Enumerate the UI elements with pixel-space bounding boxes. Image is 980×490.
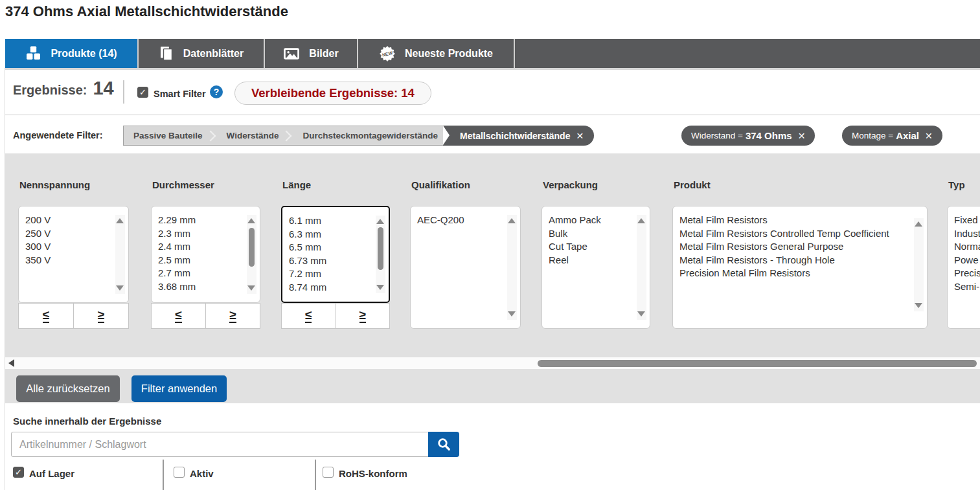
- filter-option[interactable]: 6.3 mm: [289, 228, 389, 241]
- in-stock-label[interactable]: Auf Lager: [29, 468, 74, 479]
- filter-option[interactable]: Semi-: [954, 280, 980, 294]
- filter-option[interactable]: 250 V: [25, 227, 128, 241]
- tab-neueste-produkte[interactable]: NEW Neueste Produkte: [357, 39, 514, 68]
- help-icon[interactable]: ?: [210, 85, 223, 98]
- filter-option[interactable]: 2.3 mm: [158, 227, 260, 241]
- filter-option[interactable]: Metal Film Resistors Controlled Temp Coe…: [679, 227, 927, 241]
- filter-option[interactable]: Cut Tape: [549, 240, 650, 254]
- lte-button[interactable]: ≤: [281, 303, 336, 329]
- active-checkbox[interactable]: [174, 467, 185, 478]
- vertical-divider: [163, 460, 164, 490]
- close-icon[interactable]: ✕: [925, 131, 933, 141]
- listbox-typ[interactable]: FixedIndustNormaPowePrecisSemi-: [947, 206, 980, 329]
- filter-column-label-nennspannung: Nennspannung: [19, 179, 90, 190]
- filter-option[interactable]: 300 V: [25, 240, 128, 254]
- scroll-down-icon[interactable]: [508, 311, 516, 317]
- active-category-label: Metallschichtwiderstände: [460, 131, 570, 141]
- gte-button[interactable]: ≥: [73, 303, 129, 329]
- products-cubes-icon: [25, 45, 41, 61]
- listbox-laenge[interactable]: 6.1 mm6.3 mm6.5 mm6.73 mm7.2 mm8.74 mm: [281, 206, 390, 303]
- scroll-down-icon[interactable]: [247, 285, 255, 291]
- horizontal-scrollbar-thumb[interactable]: [538, 360, 977, 367]
- lte-button[interactable]: ≤: [18, 303, 74, 329]
- results-label: Ergebnisse:: [13, 83, 87, 98]
- active-label[interactable]: Aktiv: [190, 468, 214, 479]
- filter-option[interactable]: Precision Metal Film Resistors: [679, 267, 927, 280]
- filter-option[interactable]: Ammo Pack: [549, 214, 650, 227]
- filter-column-label-qualifikation: Qualifikation: [411, 179, 470, 190]
- listbox-durchmesser[interactable]: 2.29 mm2.3 mm2.4 mm2.5 mm2.7 mm3.68 mm: [151, 206, 260, 303]
- pill-value: Axial: [896, 130, 919, 141]
- filter-option[interactable]: Norma: [954, 240, 980, 254]
- listbox-nennspannung[interactable]: 200 V250 V300 V350 V: [18, 206, 129, 303]
- apply-filters-button[interactable]: Filter anwenden: [131, 375, 227, 402]
- tab-label: Neueste Produkte: [405, 48, 493, 60]
- filter-option[interactable]: Bulk: [549, 227, 650, 241]
- tab-produkte[interactable]: Produkte (14): [5, 39, 137, 68]
- scroll-up-icon[interactable]: [508, 218, 516, 223]
- scrollbar-thumb[interactable]: [378, 227, 383, 270]
- filter-option[interactable]: 2.7 mm: [158, 267, 260, 280]
- filter-option[interactable]: Metal Film Resistors - Through Hole: [679, 254, 927, 267]
- tab-label: Datenblätter: [183, 48, 244, 60]
- compare-buttons-durchmesser: ≤ ≥: [151, 303, 260, 329]
- new-badge-icon: NEW: [379, 45, 396, 62]
- breadcrumb-item-durchsteckmontagewiderstaende[interactable]: Durchsteckmontagewiderstände: [293, 126, 443, 145]
- scroll-down-icon[interactable]: [116, 285, 124, 291]
- close-icon[interactable]: ✕: [576, 131, 584, 141]
- gte-button[interactable]: ≥: [205, 303, 260, 329]
- scroll-up-icon[interactable]: [116, 218, 124, 223]
- filter-option[interactable]: Metal Film Resistors General Purpose: [679, 240, 927, 254]
- listbox-produkt[interactable]: Metal Film ResistorsMetal Film Resistors…: [672, 206, 928, 329]
- filter-option[interactable]: Reel: [549, 254, 650, 267]
- filter-option[interactable]: Fixed: [954, 214, 980, 227]
- scroll-down-icon[interactable]: [915, 303, 922, 308]
- tab-bilder[interactable]: Bilder: [264, 39, 357, 68]
- scroll-up-icon[interactable]: [915, 221, 922, 227]
- scrollbar-thumb[interactable]: [249, 228, 255, 267]
- scroll-up-icon[interactable]: [637, 218, 645, 223]
- scroll-down-icon[interactable]: [637, 311, 645, 317]
- filter-option[interactable]: 6.1 mm: [289, 214, 389, 228]
- smart-filter-checkbox[interactable]: ✓: [137, 87, 148, 98]
- filter-option[interactable]: Metal Film Resistors: [679, 214, 927, 227]
- vertical-divider: [315, 460, 316, 490]
- filter-option[interactable]: 350 V: [25, 254, 128, 267]
- search-input[interactable]: [11, 432, 429, 457]
- filter-option[interactable]: 2.5 mm: [158, 254, 260, 267]
- scroll-down-icon[interactable]: [376, 285, 384, 290]
- close-icon[interactable]: ✕: [798, 131, 806, 141]
- filter-pill-widerstand: Widerstand = 374 Ohms ✕: [681, 126, 815, 146]
- scroll-left-icon[interactable]: [8, 359, 14, 367]
- filter-option[interactable]: 3.68 mm: [158, 280, 260, 294]
- rohs-checkbox[interactable]: [323, 467, 334, 478]
- filter-option[interactable]: 8.74 mm: [289, 281, 389, 295]
- breadcrumb-item-widerstaende[interactable]: Widerstände: [217, 126, 284, 145]
- lte-button[interactable]: ≤: [151, 303, 206, 329]
- filter-option[interactable]: Precis: [954, 267, 980, 280]
- scroll-up-icon[interactable]: [376, 219, 384, 224]
- filter-option[interactable]: 6.5 mm: [289, 241, 389, 254]
- filter-option[interactable]: 6.73 mm: [289, 254, 389, 268]
- horizontal-scrollbar[interactable]: [5, 357, 980, 369]
- filter-option[interactable]: Powe: [954, 254, 980, 267]
- listbox-verpackung[interactable]: Ammo PackBulkCut TapeReel: [541, 206, 650, 329]
- filter-option[interactable]: 7.2 mm: [289, 267, 389, 281]
- filter-option[interactable]: 200 V: [25, 214, 128, 227]
- in-stock-checkbox[interactable]: ✓: [13, 467, 24, 478]
- filter-option[interactable]: 2.29 mm: [158, 214, 260, 227]
- search-button[interactable]: [428, 432, 459, 457]
- row-divider: [5, 115, 980, 115]
- smart-filter-label[interactable]: Smart Filter: [154, 89, 206, 99]
- rohs-label[interactable]: RoHS-konform: [339, 468, 407, 479]
- filter-option[interactable]: 2.4 mm: [158, 240, 260, 254]
- listbox-qualifikation[interactable]: AEC-Q200: [410, 206, 521, 329]
- reset-all-button[interactable]: Alle zurücksetzen: [16, 375, 120, 402]
- filter-option[interactable]: AEC-Q200: [417, 214, 520, 227]
- breadcrumb-item-passive-bauteile[interactable]: Passive Bauteile: [124, 126, 208, 145]
- tab-datenblaetter[interactable]: Datenblätter: [137, 39, 264, 68]
- gte-button[interactable]: ≥: [336, 303, 391, 329]
- scroll-up-icon[interactable]: [247, 218, 255, 223]
- breadcrumb-item-active-category[interactable]: Metallschichtwiderstände ✕: [443, 126, 594, 146]
- filter-option[interactable]: Indust: [954, 227, 980, 241]
